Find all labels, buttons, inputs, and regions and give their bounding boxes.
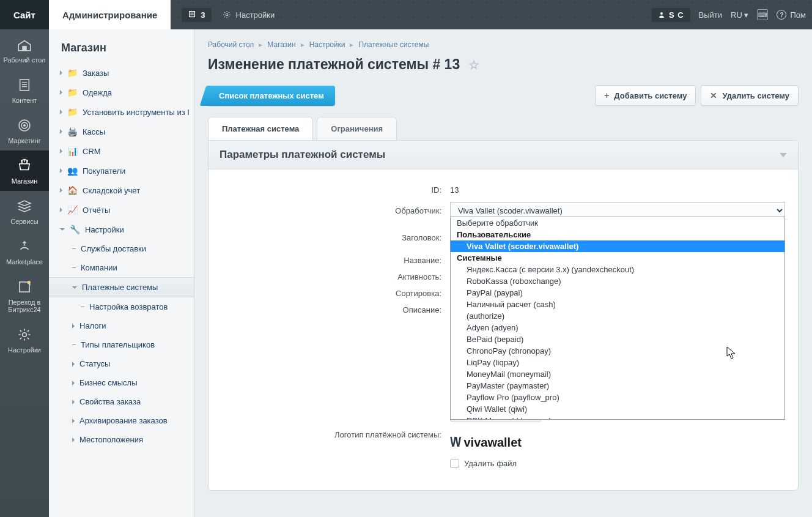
delete-file-label: Удалить файл: [464, 459, 517, 468]
content-icon: [17, 77, 32, 93]
sidebar-item-archiving[interactable]: Архивирование заказов: [49, 411, 194, 430]
dropdown-option[interactable]: (authorize): [451, 310, 784, 322]
reports-icon: 📈: [67, 205, 78, 215]
delete-file-checkbox[interactable]: [450, 459, 459, 468]
dropdown-option-viva[interactable]: Viva Vallet (scoder.vivawallet): [451, 240, 784, 252]
sidebar-item-bizmeanings[interactable]: Бизнес смыслы: [49, 373, 194, 392]
vivawallet-logo: \/\/vivawallet: [450, 431, 541, 454]
x-icon: ✕: [710, 91, 717, 100]
panel-title: Параметры платежной системы: [220, 149, 385, 161]
svg-rect-3: [23, 46, 27, 50]
dropdown-option[interactable]: RBK Money (rbkmoney): [451, 415, 784, 420]
dropdown-option[interactable]: Qiwi Wallet (qiwi): [451, 403, 784, 415]
dropdown-option[interactable]: BePaid (bepaid): [451, 333, 784, 345]
user-icon: [658, 11, 665, 18]
tab-restrictions[interactable]: Ограничения: [317, 117, 397, 140]
sidebar-item-crm[interactable]: 📊CRM: [49, 141, 194, 161]
page-title: Изменение платежной системы # 13 ☆: [194, 55, 812, 85]
list-paysys-button[interactable]: Список платежных систем: [208, 86, 335, 106]
marketing-icon: [17, 117, 32, 133]
topbar: Сайт Администрирование 3 Настройки S C В…: [0, 0, 812, 29]
logout-link[interactable]: Выйти: [699, 10, 723, 20]
sidebar-item-reports[interactable]: 📈Отчёты: [49, 200, 194, 220]
marketplace-icon: [17, 239, 32, 255]
sidebar-item-returns[interactable]: Настройка возвратов: [49, 297, 194, 316]
dropdown-option[interactable]: MoneyMail (moneymail): [451, 368, 784, 380]
svg-point-2: [660, 12, 663, 15]
sidebar-item-kassy[interactable]: 🖨️Кассы: [49, 122, 194, 141]
user-chip[interactable]: S C: [652, 8, 690, 22]
b24-icon: [17, 279, 32, 295]
sidebar-item-install[interactable]: 📁Установить инструменты из I: [49, 102, 194, 122]
left-rail: Рабочий стол Контент Маркетинг Магазин С…: [0, 29, 49, 517]
crumb-paysys[interactable]: Платежные системы: [358, 40, 429, 49]
lang-selector[interactable]: RU ▾: [731, 10, 748, 20]
crumb-shop[interactable]: Магазин: [267, 40, 295, 49]
dropdown-option[interactable]: Яндекс.Касса (с версии 3.x) (yandexcheck…: [451, 264, 784, 275]
breadcrumb: Рабочий стол▸ Магазин▸ Настройки▸ Платеж…: [194, 29, 812, 55]
params-panel: Параметры платежной системы ID: 13 Обраб…: [208, 140, 799, 491]
crumb-settings[interactable]: Настройки: [309, 40, 345, 49]
help-icon: ?: [777, 10, 786, 20]
sidebar-item-buyers[interactable]: 👥Покупатели: [49, 161, 194, 180]
sidebar-item-companies[interactable]: Компании: [49, 258, 194, 277]
active-label: Активность:: [209, 272, 450, 281]
svg-point-9: [28, 281, 31, 284]
sidebar-item-paysys[interactable]: Платежные системы: [49, 277, 194, 297]
sidebar-item-settings[interactable]: 🔧Настройки: [49, 220, 194, 239]
favorite-star-icon[interactable]: ☆: [468, 58, 479, 72]
sidebar-item-orderprops[interactable]: Свойства заказа: [49, 392, 194, 411]
name-label: Название:: [209, 256, 450, 265]
sidebar-item-delivery[interactable]: Службы доставки: [49, 239, 194, 258]
content: Рабочий стол▸ Магазин▸ Настройки▸ Платеж…: [194, 29, 812, 517]
sidebar-item-payertypes[interactable]: Типы плательщиков: [49, 335, 194, 354]
dropdown-option[interactable]: Payflow Pro (payflow_pro): [451, 392, 784, 403]
sidebar-item-locations[interactable]: Местоположения: [49, 430, 194, 449]
tab-site[interactable]: Сайт: [0, 0, 49, 29]
delete-system-button[interactable]: ✕Удалить систему: [701, 85, 799, 106]
sort-label: Сортировка:: [209, 289, 450, 298]
notifications-badge[interactable]: 3: [182, 8, 211, 22]
sidebar-title: Магазин: [49, 35, 194, 63]
sidebar-item-taxes[interactable]: Налоги: [49, 316, 194, 335]
folder-icon: 📁: [67, 68, 78, 78]
sidebar-item-clothing[interactable]: 📁Одежда: [49, 83, 194, 102]
add-system-button[interactable]: +Добавить систему: [595, 85, 696, 106]
rail-content[interactable]: Контент: [0, 70, 49, 110]
sidebar-item-statuses[interactable]: Статусы: [49, 354, 194, 373]
settings-link[interactable]: Настройки: [223, 10, 275, 20]
help-link[interactable]: ? Пом: [777, 10, 806, 20]
rail-desktop[interactable]: Рабочий стол: [0, 29, 49, 70]
sidebar-item-warehouse[interactable]: 🏠Складской учет: [49, 180, 194, 200]
tab-admin[interactable]: Администрирование: [49, 0, 171, 29]
rail-b24[interactable]: Переход в Битрикс24: [0, 272, 49, 319]
rail-settings[interactable]: Настройки: [0, 319, 49, 360]
shop-icon: [17, 158, 32, 174]
dropdown-group: Системные: [451, 252, 784, 264]
logo-label: Логотип платёжной системы:: [209, 430, 450, 439]
dropdown-option[interactable]: Наличный расчет (cash): [451, 299, 784, 310]
header-label: Заголовок:: [209, 233, 450, 242]
sidebar-item-orders[interactable]: 📁Заказы: [49, 63, 194, 83]
dropdown-option[interactable]: ChronoPay (chronopay): [451, 345, 784, 357]
gear-icon: [223, 10, 231, 19]
dropdown-option[interactable]: PayPal (paypal): [451, 287, 784, 299]
crumb-desktop[interactable]: Рабочий стол: [208, 40, 254, 49]
tab-payment-system[interactable]: Платежная система: [208, 117, 313, 140]
collapse-icon[interactable]: [780, 153, 787, 157]
services-icon: [17, 198, 32, 214]
dropdown-option[interactable]: PayMaster (paymaster): [451, 380, 784, 392]
rail-shop[interactable]: Магазин: [0, 151, 49, 191]
dropdown-option[interactable]: Выберите обработчик: [451, 217, 784, 229]
keyboard-icon[interactable]: ⌨: [757, 9, 768, 20]
rail-marketing[interactable]: Маркетинг: [0, 110, 49, 151]
handler-dropdown: Выберите обработчик Пользовательские Viv…: [450, 217, 785, 420]
folder-icon: 📁: [67, 107, 78, 117]
warehouse-icon: 🏠: [67, 185, 78, 195]
dropdown-option[interactable]: LiqPay (liqpay): [451, 357, 784, 368]
dropdown-option[interactable]: RoboKassa (roboxchange): [451, 275, 784, 287]
rail-services[interactable]: Сервисы: [0, 191, 49, 231]
rail-marketplace[interactable]: Marketplace: [0, 231, 49, 272]
handler-label: Обработчик:: [209, 206, 450, 215]
dropdown-option[interactable]: Adyen (adyen): [451, 322, 784, 333]
